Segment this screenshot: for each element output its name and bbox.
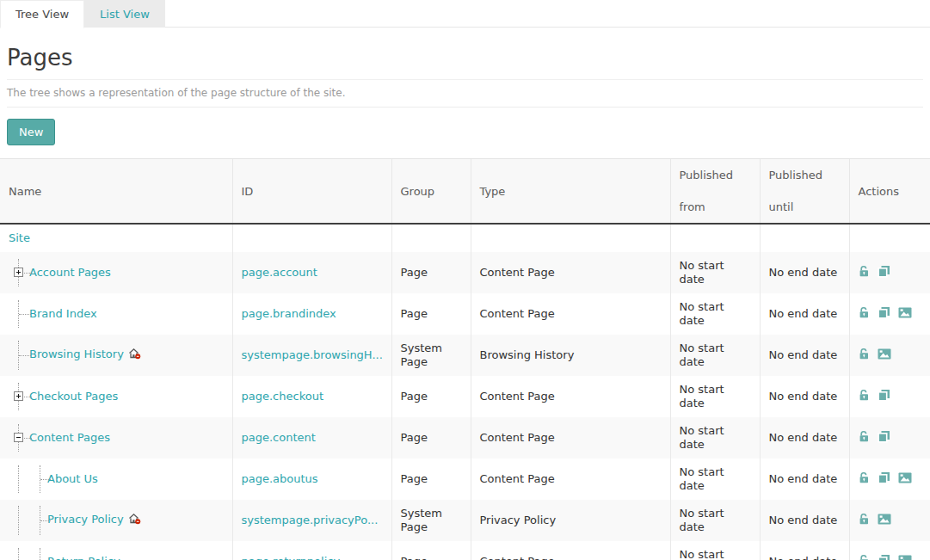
id-cell: page.aboutus [232, 458, 391, 500]
unlock-icon[interactable] [859, 306, 870, 323]
published-until-cell: No end date [760, 541, 849, 560]
page-header: Pages The tree shows a representation of… [0, 28, 930, 156]
column-header-group: Group [391, 159, 471, 225]
published-until-cell: No end date [760, 458, 849, 500]
id-cell: systempage.browsingH... [232, 335, 391, 376]
group-cell: System Page [391, 335, 471, 376]
unlock-icon[interactable] [859, 348, 870, 364]
actions-cell [849, 458, 930, 500]
id-cell: page.returnpolicy [232, 541, 391, 560]
actions-cell [849, 224, 930, 252]
published-from-cell: No start date [670, 335, 760, 376]
unlock-icon[interactable] [859, 513, 870, 529]
image-icon[interactable] [878, 348, 891, 363]
tree-line [18, 506, 19, 535]
type-cell: Content Page [471, 252, 670, 293]
tree-line [18, 548, 19, 560]
unlock-icon[interactable] [859, 554, 870, 560]
published-from-cell: No start date [670, 500, 760, 541]
name-cell: About Us [0, 458, 232, 500]
page-id-link[interactable]: page.returnpolicy [242, 555, 341, 560]
published-until-cell: No end date [760, 376, 849, 417]
id-cell: systempage.privacyPo... [232, 500, 391, 541]
page-id-link[interactable]: page.account [242, 266, 317, 279]
page-id-link[interactable]: page.aboutus [242, 472, 318, 485]
column-header-type: Type [471, 159, 670, 225]
page-id-link[interactable]: page.checkout [242, 390, 324, 403]
name-cell: Site [0, 224, 232, 252]
id-cell: page.account [232, 252, 391, 293]
expander-plus-icon[interactable] [14, 268, 23, 277]
table-row: Content Pagespage.contentPageContent Pag… [0, 417, 930, 458]
copy-icon[interactable] [878, 554, 890, 560]
group-cell [391, 224, 471, 252]
copy-icon[interactable] [878, 430, 890, 446]
unlock-icon[interactable] [859, 430, 870, 446]
page-id-link[interactable]: page.brandindex [242, 307, 336, 320]
home-page-icon [128, 348, 141, 363]
type-cell: Content Page [471, 417, 670, 458]
view-tabs: Tree ViewList View [0, 0, 930, 28]
table-row: About Uspage.aboutusPageContent PageNo s… [0, 458, 930, 500]
page-name-link[interactable]: About Us [7, 472, 98, 486]
page-id-link[interactable]: systempage.privacyPo... [242, 514, 379, 526]
page-name-link[interactable]: Browsing History [7, 348, 124, 361]
page-name-link[interactable]: Site [9, 231, 30, 244]
home-page-icon [128, 513, 141, 528]
published-until-cell: No end date [760, 500, 849, 541]
table-row-site: Site [0, 224, 930, 252]
actions-cell [849, 541, 930, 560]
copy-icon[interactable] [878, 306, 890, 323]
type-cell: Privacy Policy [471, 500, 670, 541]
toolbar: New [7, 108, 923, 156]
image-icon[interactable] [898, 472, 912, 487]
copy-icon[interactable] [878, 471, 890, 488]
page-name-link[interactable]: Privacy Policy [7, 513, 124, 526]
page-id-link[interactable]: systempage.browsingH... [242, 348, 383, 361]
type-cell [471, 224, 670, 252]
type-cell: Content Page [471, 293, 670, 335]
group-cell: Page [391, 541, 471, 560]
unlock-icon[interactable] [859, 389, 870, 405]
group-cell: Page [391, 458, 471, 500]
published-until-cell [760, 224, 849, 252]
name-cell: Brand Index [0, 293, 232, 335]
type-cell: Browsing History [471, 335, 670, 376]
name-cell: Browsing History [0, 335, 232, 376]
pages-table: NameIDGroupTypePublished fromPublished u… [0, 158, 930, 560]
group-cell: Page [391, 252, 471, 293]
group-cell: Page [391, 417, 471, 458]
table-row: Checkout Pagespage.checkoutPageContent P… [0, 376, 930, 417]
expander-plus-icon[interactable] [14, 391, 23, 401]
tab-list-view[interactable]: List View [84, 0, 165, 28]
published-from-cell: No start date [670, 541, 760, 560]
published-from-cell: No start date [670, 376, 760, 417]
table-row: Account Pagespage.accountPageContent Pag… [0, 252, 930, 293]
column-header-published-from: Published from [670, 159, 760, 225]
name-cell: Account Pages [0, 252, 232, 293]
image-icon[interactable] [898, 307, 912, 322]
tab-tree-view[interactable]: Tree View [0, 0, 84, 28]
actions-cell [849, 417, 930, 458]
type-cell: Content Page [471, 458, 670, 500]
copy-icon[interactable] [878, 389, 890, 405]
tree-line [18, 465, 19, 493]
page-id-link[interactable]: page.content [242, 431, 316, 444]
image-icon[interactable] [878, 514, 891, 528]
published-from-cell: No start date [670, 252, 760, 293]
unlock-icon[interactable] [859, 471, 870, 488]
column-header-actions: Actions [849, 159, 930, 225]
id-cell [232, 224, 391, 252]
table-row: Brand Indexpage.brandindexPageContent Pa… [0, 293, 930, 335]
id-cell: page.content [232, 417, 391, 458]
image-icon[interactable] [898, 555, 912, 560]
page-name-link[interactable]: Return Policy [7, 555, 120, 560]
expander-minus-icon[interactable] [14, 433, 23, 442]
copy-icon[interactable] [878, 265, 890, 281]
new-button[interactable]: New [7, 119, 55, 145]
name-cell: Return Policy [0, 541, 232, 560]
tree-connector [24, 397, 32, 397]
tree-line [40, 548, 40, 560]
table-row: Return Policypage.returnpolicyPageConten… [0, 541, 930, 560]
unlock-icon[interactable] [859, 265, 870, 281]
